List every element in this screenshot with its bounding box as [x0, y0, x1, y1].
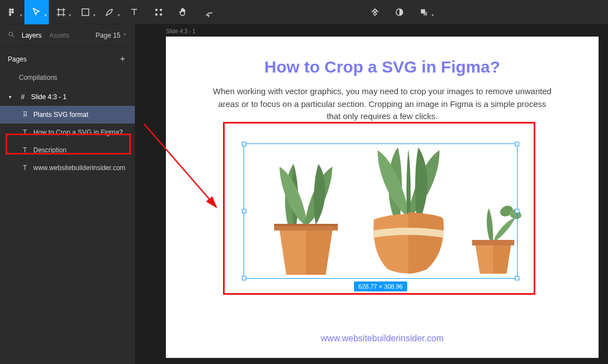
resources-icon [154, 7, 164, 17]
layer-label: How to Crop a SVG in Figma? [33, 129, 123, 136]
chevron-down-icon: ▾ [93, 13, 95, 18]
text-icon: T [21, 146, 29, 154]
resources-tool-button[interactable] [146, 0, 171, 24]
pages-header-label: Pages [8, 55, 27, 63]
svg-point-13 [9, 32, 13, 35]
svg-rect-12 [423, 12, 427, 16]
hand-icon [178, 7, 188, 17]
page-selector[interactable]: Page 15 ⌃ [95, 32, 127, 39]
selection-handle-bl[interactable] [242, 276, 246, 280]
toolbar: ▾ ▾ ▾ ▾ ▾ ▾ [0, 0, 608, 24]
selection-handle-mr[interactable] [515, 209, 519, 213]
frame-label[interactable]: Slide 4:3 - 1 [166, 28, 195, 34]
slide-description: When working with vector graphics, you m… [210, 85, 554, 123]
layer-label: www.websitebuilderinsider.com [33, 164, 125, 172]
chevron-down-icon: ▾ [20, 13, 22, 18]
page-selector-label: Page 15 [95, 32, 120, 39]
layer-plants-svg[interactable]: ⠿ Plants SVG format [0, 106, 135, 124]
frame-tool-button[interactable]: ▾ [49, 0, 73, 24]
chevron-down-icon: ▾ [69, 13, 71, 18]
frame-icon: # [19, 93, 27, 101]
add-page-button[interactable]: ＋ [118, 53, 127, 65]
svg-point-4 [9, 13, 12, 16]
chevron-down-icon: ▾ [432, 13, 434, 18]
rectangle-icon [80, 7, 90, 17]
svg-point-1 [12, 8, 14, 11]
selection-dimensions-badge: 628.77 × 308.96 [354, 281, 407, 291]
shape-tool-button[interactable]: ▾ [73, 0, 98, 24]
hand-tool-button[interactable] [171, 0, 195, 24]
figma-menu-button[interactable]: ▾ [0, 0, 24, 24]
page-item[interactable]: Compilations [0, 70, 135, 85]
pen-tool-button[interactable]: ▾ [98, 0, 122, 24]
search-icon[interactable] [8, 31, 15, 40]
toolbar-right-button-1[interactable] [363, 0, 387, 24]
svg-rect-8 [155, 13, 158, 16]
svg-rect-7 [160, 9, 162, 11]
layer-label: Slide 4:3 - 1 [31, 93, 67, 101]
selection-handle-br[interactable] [515, 276, 519, 280]
selection-box[interactable]: 628.77 × 308.96 [244, 143, 518, 279]
figma-logo-icon [7, 7, 17, 17]
layers-panel: Layers Assets Page 15 ⌃ Pages ＋ Compilat… [0, 24, 135, 364]
tab-assets[interactable]: Assets [49, 32, 69, 39]
svg-point-3 [12, 11, 14, 13]
canvas[interactable]: Slide 4:3 - 1 How to Crop a SVG in Figma… [135, 24, 608, 364]
chevron-down-icon: ▾ [118, 13, 120, 18]
svg-point-2 [9, 11, 12, 13]
svg-rect-5 [82, 9, 89, 16]
layer-label: Plants SVG format [33, 111, 88, 119]
frame-icon [56, 7, 66, 17]
slide-frame[interactable]: How to Crop a SVG in Figma? When working… [166, 37, 599, 358]
contrast-icon [394, 7, 404, 17]
svg-rect-9 [160, 13, 162, 16]
chevron-up-icon: ⌃ [123, 33, 127, 38]
move-tool-button[interactable]: ▾ [24, 0, 49, 24]
selection-handle-tl[interactable] [242, 142, 246, 146]
slide-title: How to Crop a SVG in Figma? [166, 58, 599, 76]
squares-icon [419, 7, 429, 17]
chevron-down-icon: ▾ [44, 13, 47, 18]
layer-description-text[interactable]: T Description [0, 141, 135, 159]
text-icon: T [21, 129, 29, 136]
pen-icon [105, 7, 115, 17]
text-tool-button[interactable] [122, 0, 146, 24]
panel-tabs: Layers Assets Page 15 ⌃ [0, 24, 135, 47]
pages-header: Pages ＋ [0, 47, 135, 70]
layer-site-text[interactable]: T www.websitebuilderinsider.com [0, 159, 135, 177]
selection-handle-tr[interactable] [515, 142, 519, 146]
cursor-icon [32, 7, 42, 17]
toolbar-right-button-2[interactable] [387, 0, 412, 24]
svg-point-0 [9, 8, 12, 11]
frame-layer[interactable]: ▾ # Slide 4:3 - 1 [0, 88, 135, 106]
group-icon: ⠿ [21, 111, 29, 119]
svg-rect-6 [155, 9, 158, 11]
tab-layers[interactable]: Layers [22, 32, 42, 39]
caret-down-icon: ▾ [9, 94, 14, 100]
comment-icon [202, 7, 212, 17]
comment-tool-button[interactable] [195, 0, 220, 24]
text-icon: T [21, 164, 29, 172]
text-icon [129, 7, 139, 17]
diamond-icon [370, 7, 380, 17]
slide-site-url: www.websitebuilderinsider.com [166, 334, 599, 344]
toolbar-right-button-3[interactable]: ▾ [412, 0, 436, 24]
layer-title-text[interactable]: T How to Crop a SVG in Figma? [0, 124, 135, 141]
selection-handle-ml[interactable] [242, 209, 246, 213]
layer-label: Description [33, 146, 67, 154]
